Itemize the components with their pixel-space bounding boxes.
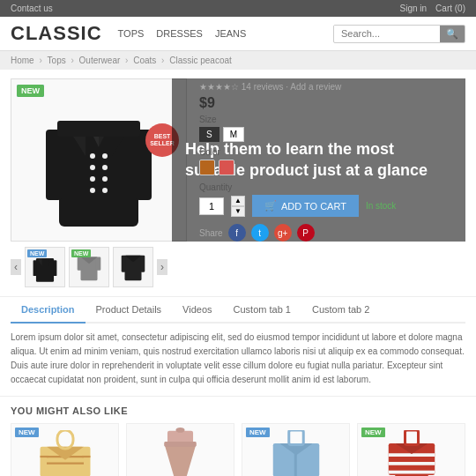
search-input[interactable]	[334, 26, 440, 41]
tab-custom-2[interactable]: Custom tab 2	[301, 297, 380, 324]
share-facebook-button[interactable]: f	[228, 224, 246, 242]
color-brown[interactable]	[199, 160, 215, 175]
top-bar: Contact us Sign in Cart (0)	[0, 0, 476, 17]
nav-links: TOPS DRESSES JEANS	[118, 28, 317, 39]
breadcrumb: Home › Tops › Outerwear › Coats › Classi…	[0, 51, 476, 70]
svg-rect-20	[53, 260, 56, 276]
thumb-3[interactable]	[113, 247, 153, 287]
in-stock-badge: In stock	[366, 201, 396, 211]
svg-point-12	[102, 188, 108, 193]
size-m[interactable]: M	[223, 127, 244, 142]
thumb-1[interactable]: NEW	[25, 247, 65, 287]
breadcrumb-outerwear[interactable]: Outerwear	[79, 56, 121, 65]
svg-point-6	[90, 165, 95, 170]
also-item-1[interactable]: NEW	[11, 423, 119, 476]
share-googleplus-button[interactable]: g+	[274, 224, 292, 242]
thumb-next-button[interactable]: ›	[157, 259, 167, 275]
also-item-4-badge: NEW	[361, 428, 385, 437]
thumb-badge-1: NEW	[27, 249, 47, 257]
tab-content: Lorem ipsum dolor sit amet, consectetur …	[11, 324, 465, 396]
product-price: $9	[199, 95, 465, 111]
thumb-prev-button[interactable]: ‹	[11, 259, 21, 275]
svg-rect-27	[140, 256, 145, 272]
logo[interactable]: CLASSIC	[11, 22, 102, 45]
svg-rect-16	[36, 258, 54, 282]
also-item-2-svg	[156, 428, 205, 476]
breadcrumb-product[interactable]: Classic peacoat	[169, 56, 232, 65]
svg-point-8	[90, 188, 95, 193]
tabs-row: Description Product Details Videos Custo…	[11, 297, 465, 324]
qty-input[interactable]	[199, 197, 224, 215]
svg-rect-47	[288, 430, 303, 445]
tab-description[interactable]: Description	[11, 297, 86, 324]
color-red[interactable]	[219, 160, 234, 175]
share-twitter-button[interactable]: t	[251, 224, 269, 242]
also-item-2[interactable]	[126, 423, 234, 476]
svg-marker-40	[164, 443, 196, 476]
svg-point-9	[102, 153, 108, 159]
tab-custom-1[interactable]: Custom tab 1	[223, 297, 301, 324]
also-item-4[interactable]: NEW	[357, 423, 465, 476]
also-like-grid: NEW NEW	[11, 423, 465, 476]
thumb-2[interactable]: NEW	[69, 247, 109, 287]
share-pinterest-button[interactable]: P	[297, 224, 315, 242]
svg-rect-56	[405, 430, 418, 445]
share-row: Share f t g+ P	[199, 224, 465, 242]
svg-point-7	[90, 176, 95, 182]
breadcrumb-home[interactable]: Home	[11, 56, 34, 65]
breadcrumb-coats[interactable]: Coats	[133, 56, 156, 65]
svg-rect-50	[426, 443, 435, 475]
product-image-svg	[41, 86, 156, 235]
size-options: S M	[199, 127, 465, 142]
contact-link[interactable]: Contact us	[11, 4, 53, 13]
nav-tops[interactable]: TOPS	[118, 28, 145, 39]
svg-rect-15	[57, 121, 140, 137]
also-item-3[interactable]: NEW	[242, 423, 350, 476]
tab-videos[interactable]: Videos	[172, 297, 222, 324]
tab-product-details[interactable]: Product Details	[86, 297, 173, 324]
tabs-section: Description Product Details Videos Custo…	[0, 296, 476, 396]
header: CLASSIC TOPS DRESSES JEANS 🔍	[0, 17, 476, 51]
nav-jeans[interactable]: JEANS	[215, 28, 246, 39]
product-meta: ★★★★☆ 14 reviews · Add a review	[199, 82, 465, 92]
svg-rect-43	[272, 443, 281, 477]
svg-rect-19	[33, 260, 37, 276]
search-button[interactable]: 🔍	[440, 26, 465, 42]
thumb-badge-2: NEW	[71, 249, 91, 257]
product-section: NEW NEW BESTSELLER	[0, 70, 476, 296]
product-details: ★★★★☆ 14 reviews · Add a review $9 Size …	[187, 78, 465, 287]
search-bar: 🔍	[333, 25, 465, 43]
add-to-cart-label: ADD TO CART	[281, 201, 346, 212]
svg-rect-37	[57, 430, 73, 449]
svg-point-5	[90, 153, 95, 159]
size-s[interactable]: S	[199, 127, 219, 142]
size-label: Size	[199, 115, 465, 124]
qty-btns: ▲ ▼	[231, 196, 245, 217]
also-like-section: YOU MIGHT ALSO LIKE NEW	[0, 396, 476, 476]
nav-dresses[interactable]: DRESSES	[156, 28, 203, 39]
product-images: NEW NEW BESTSELLER	[11, 78, 187, 287]
also-item-3-badge: NEW	[246, 428, 270, 437]
also-item-4-svg	[385, 430, 438, 477]
qty-down-button[interactable]: ▼	[231, 206, 245, 217]
share-label: Share	[199, 228, 223, 238]
add-to-cart-button[interactable]: 🛒 ADD TO CART	[252, 195, 359, 217]
svg-rect-46	[294, 443, 296, 477]
svg-point-11	[102, 176, 108, 182]
cart-link[interactable]: Cart (0)	[435, 4, 465, 13]
svg-rect-26	[122, 256, 126, 272]
svg-rect-23	[96, 257, 100, 271]
svg-rect-31	[81, 446, 90, 476]
breadcrumb-tops[interactable]: Tops	[48, 56, 66, 65]
qty-row: ▲ ▼ 🛒 ADD TO CART In stock	[199, 195, 465, 217]
svg-rect-30	[40, 446, 48, 476]
svg-rect-49	[388, 443, 397, 475]
signin-link[interactable]: Sign in	[400, 4, 428, 13]
also-item-1-badge: NEW	[15, 428, 39, 437]
qty-up-button[interactable]: ▲	[231, 196, 245, 206]
color-options	[199, 160, 465, 175]
also-like-title: YOU MIGHT ALSO LIKE	[11, 405, 465, 416]
svg-rect-53	[388, 470, 435, 473]
thumbnails: ‹ NEW NEW	[11, 247, 187, 287]
svg-point-10	[102, 165, 108, 170]
